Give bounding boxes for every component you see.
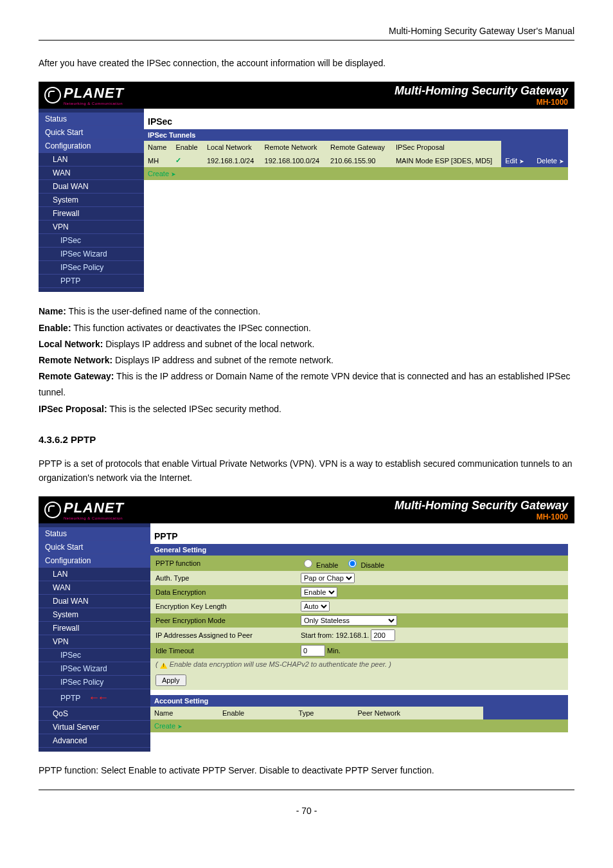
sidebar-item-dualwan[interactable]: Dual WAN [39, 595, 150, 608]
def-enable-v: This function activates or deactivates t… [71, 323, 311, 333]
pptp-idle-label: Idle Timeout [150, 643, 296, 658]
pptp-ipaddr-input[interactable] [371, 629, 395, 641]
sidebar-item-virtual-server[interactable]: Virtual Server [39, 721, 150, 734]
ipsec-col-lnet: Local Network [203, 141, 261, 154]
pointer-arrows-icon: ←← [88, 691, 106, 705]
ipsec-col-prop: IPSec Proposal [392, 141, 501, 154]
sidebar-item-system[interactable]: System [39, 608, 150, 622]
sidebar-item-status[interactable]: Status [39, 527, 150, 541]
ipsec-row-enable: ✓ [172, 154, 203, 167]
arrow-icon [177, 722, 182, 730]
sidebar-item-qos[interactable]: QoS [39, 707, 150, 721]
sidebar-item-status[interactable]: Status [39, 113, 144, 126]
brand-text: PLANET [64, 85, 124, 101]
brand-text: PLANET [64, 500, 124, 516]
sidebar-item-lan[interactable]: LAN [39, 568, 150, 581]
pptp-idle-input[interactable] [301, 645, 325, 656]
arrow-icon [519, 157, 524, 165]
page-number: - 70 - [39, 806, 574, 816]
ipsec-app-frame: PLANET Networking & Communication Multi-… [39, 82, 574, 292]
def-name-v: This is the user-defined name of the con… [66, 306, 260, 316]
sidebar-item-wan[interactable]: WAN [39, 581, 150, 595]
pptp-auth-label: Auth. Type [150, 571, 296, 585]
sidebar-item-advanced[interactable]: Advanced [39, 734, 150, 748]
create-button[interactable]: Create [148, 170, 176, 177]
acct-col-enable: Enable [218, 707, 295, 719]
sidebar-item-ipsec[interactable]: IPSec [39, 234, 144, 248]
pptp-pmode-select[interactable]: Only Stateless [301, 615, 397, 626]
sidebar-item-ipsec-policy[interactable]: IPSec Policy [39, 676, 150, 689]
acct-col-name: Name [150, 707, 218, 719]
sidebar-item-vpn[interactable]: VPN [39, 221, 144, 234]
pptp-function-definition: PPTP function: Select Enable to activate… [39, 763, 574, 777]
check-icon: ✓ [175, 156, 181, 164]
def-rgw-v: This is the IP address or Domain Name of… [39, 371, 570, 397]
def-enable-k: Enable: [39, 323, 71, 333]
pptp-enable-radio[interactable]: Enable [301, 561, 340, 569]
pptp-func-label: PPTP function [150, 556, 296, 571]
ipsec-row-prop: MAIN Mode ESP [3DES, MD5] [392, 154, 501, 167]
ipsec-definitions: Name: This is the user-defined name of t… [39, 303, 574, 417]
sidebar-item-ipsec-wizard[interactable]: IPSec Wizard [39, 662, 150, 676]
pptp-account-table: Name Enable Type Peer Network Create [150, 707, 568, 732]
sidebar-item-lan[interactable]: LAN [39, 153, 144, 167]
warning-icon: ! [160, 662, 168, 669]
sidebar-item-configuration[interactable]: Configuration [39, 140, 144, 153]
pptp-idle-unit: Min. [327, 647, 341, 655]
arrow-icon [559, 157, 564, 165]
sidebar-item-ipsec-wizard[interactable]: IPSec Wizard [39, 248, 144, 261]
pptp-def-k: PPTP function: [39, 765, 98, 775]
sidebar-item-system[interactable]: System [39, 194, 144, 207]
ipsec-table: Name Enable Local Network Remote Network… [144, 141, 568, 180]
sidebar-item-ipsec-policy[interactable]: IPSec Policy [39, 261, 144, 275]
pptp-pmode-label: Peer Encryption Mode [150, 613, 296, 628]
edit-button[interactable]: Edit [505, 157, 524, 165]
arrow-icon [171, 170, 176, 177]
create-button[interactable]: Create [154, 722, 182, 730]
ipsec-row-rgw: 210.66.155.90 [326, 154, 392, 167]
sidebar-item-firewall[interactable]: Firewall [39, 207, 144, 221]
section-heading-pptp: 4.3.6.2 PPTP [39, 434, 574, 445]
def-rnet-v: Displays IP address and subnet of the re… [112, 355, 333, 365]
page-header: Multi-Homing Security Gateway User's Man… [39, 26, 574, 36]
brand-subtext: Networking & Communication [64, 102, 124, 105]
ipsec-row-lnet: 192.168.1.0/24 [203, 154, 261, 167]
sidebar-item-pptp[interactable]: PPTP [39, 275, 144, 288]
ipsec-col-name: Name [144, 141, 172, 154]
sidebar-item-wan[interactable]: WAN [39, 167, 144, 180]
brand-logo: PLANET Networking & Communication [39, 497, 150, 523]
pptp-title: PPTP [150, 529, 568, 544]
pptp-note: Enable data encryption will use MS-CHAPv… [170, 660, 387, 668]
pptp-auth-select[interactable]: Pap or Chap [301, 573, 355, 583]
pptp-ipaddr-label: IP Addresses Assigned to Peer [150, 628, 296, 643]
sidebar-item-quickstart[interactable]: Quick Start [39, 126, 144, 140]
def-lnet-k: Local Network: [39, 339, 103, 349]
pptp-klen-select[interactable]: Auto [301, 601, 330, 611]
brand-logo: PLANET Networking & Communication [39, 82, 143, 108]
sidebar-item-dualwan[interactable]: Dual WAN [39, 180, 144, 194]
header-rule [39, 40, 574, 41]
sidebar-item-configuration[interactable]: Configuration [39, 554, 150, 568]
sidebar-item-vpn[interactable]: VPN [39, 635, 150, 649]
pptp-account-band: Account Setting [150, 695, 568, 707]
globe-icon [44, 87, 61, 104]
sidebar-item-quickstart[interactable]: Quick Start [39, 541, 150, 554]
sidebar: Status Quick Start Configuration LAN WAN… [39, 109, 144, 292]
sidebar-item-pptp[interactable]: PPTP ←← [39, 689, 150, 707]
sidebar-item-ipsec[interactable]: IPSec [39, 649, 150, 662]
sidebar-item-firewall[interactable]: Firewall [39, 622, 150, 635]
ipsec-tunnels-band: IPSec Tunnels [144, 129, 568, 141]
app-title: Multi-Homing Security Gateway [151, 499, 568, 512]
acct-col-peer: Peer Network [353, 707, 483, 719]
def-prop-v: This is the selected IPSec security meth… [107, 404, 281, 414]
ipsec-row-name: MH [144, 154, 172, 167]
pptp-paragraph: PPTP is a set of protocols that enable V… [39, 457, 574, 485]
pptp-general-band: General Setting [150, 544, 568, 556]
pptp-disable-radio[interactable]: Disable [345, 561, 384, 569]
footer-rule [39, 790, 574, 790]
ipsec-col-enable: Enable [172, 141, 203, 154]
pptp-ipaddr-prefix: Start from: 192.168.1. [301, 631, 369, 639]
apply-button[interactable]: Apply [155, 674, 186, 686]
delete-button[interactable]: Delete [537, 157, 564, 165]
pptp-denc-select[interactable]: Enable [301, 587, 337, 597]
